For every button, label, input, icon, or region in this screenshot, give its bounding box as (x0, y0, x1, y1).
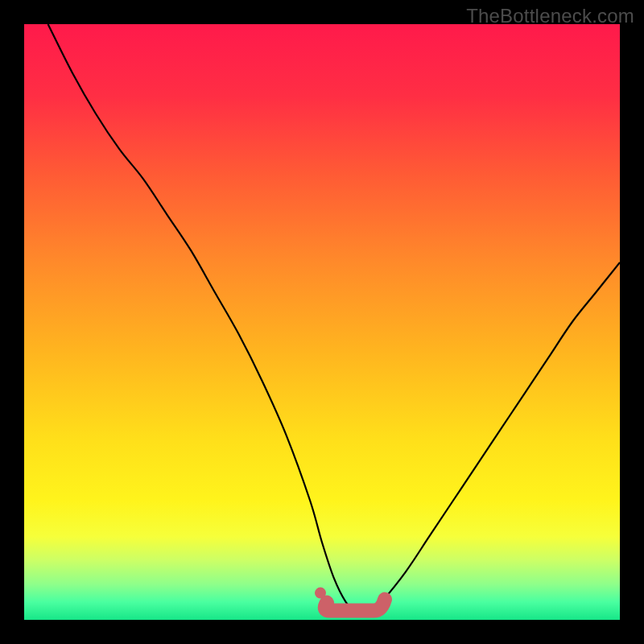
bottleneck-chart (24, 24, 620, 620)
heat-gradient-bg (24, 24, 620, 620)
chart-frame: TheBottleneck.com (0, 0, 644, 644)
plot-area (24, 24, 620, 620)
optimum-start-dot (315, 588, 326, 599)
